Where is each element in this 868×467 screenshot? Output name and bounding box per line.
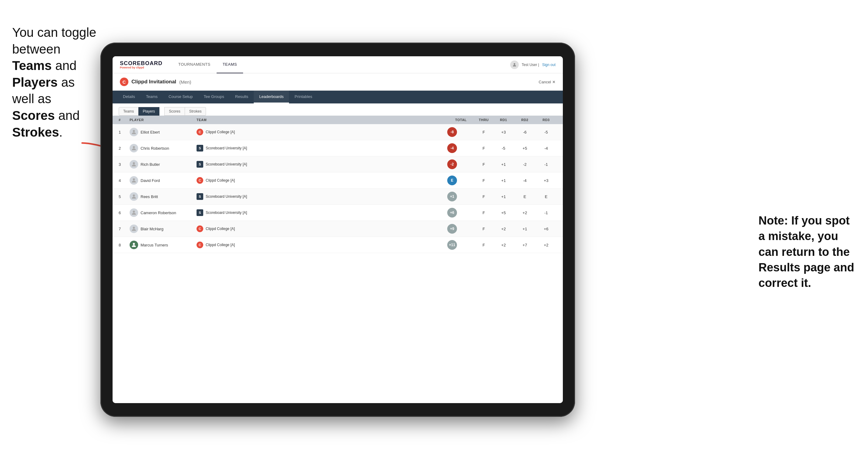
tab-leaderboards[interactable]: Leaderboards	[254, 91, 289, 103]
player-cell-4: David Ford	[130, 176, 196, 185]
svg-point-7	[133, 211, 135, 213]
rd2-5: E	[514, 194, 535, 199]
rd3-7: +6	[535, 227, 557, 231]
thru-1: F	[475, 130, 493, 134]
sub-tab-strokes[interactable]: Strokes	[185, 107, 206, 116]
svg-point-5	[133, 178, 135, 180]
right-annotation: Note: If you spot a mistake, you can ret…	[758, 213, 856, 291]
col-rd1: RD1	[493, 118, 514, 122]
nav-teams[interactable]: TEAMS	[217, 56, 243, 73]
svg-point-3	[133, 146, 135, 148]
tab-course-setup[interactable]: Course Setup	[163, 91, 198, 103]
avatar-3	[130, 160, 138, 168]
sign-out-link[interactable]: Sign out	[542, 63, 556, 67]
rank-2: 2	[119, 146, 130, 151]
sub-tab-scores[interactable]: Scores	[164, 107, 185, 116]
app-header: SCOREBOARD Powered by clippd TOURNAMENTS…	[113, 56, 563, 73]
user-avatar	[510, 61, 519, 69]
team-cell-3: S Scoreboard University [A]	[196, 161, 447, 168]
thru-5: F	[475, 194, 493, 199]
tab-details[interactable]: Details	[118, 91, 141, 103]
player-cell-5: Rees Britt	[130, 192, 196, 201]
tournament-title: C Clippd Invitational (Men)	[120, 77, 191, 86]
rd2-2: +5	[514, 146, 535, 151]
svg-point-4	[133, 162, 135, 164]
team-cell-2: S Scoreboard University [A]	[196, 145, 447, 152]
tournament-gender: (Men)	[179, 80, 191, 85]
rd1-4: +1	[493, 178, 514, 183]
rd3-6: -1	[535, 211, 557, 215]
total-6: +6	[447, 208, 475, 218]
tab-teams[interactable]: Teams	[141, 91, 163, 103]
tournament-name: Clippd Invitational	[131, 79, 176, 85]
avatar-4	[130, 176, 138, 185]
table-header-row: # PLAYER TEAM TOTAL THRU RD1 RD2 RD3	[113, 116, 563, 124]
tournament-header: C Clippd Invitational (Men) Cancel ✕	[113, 73, 563, 91]
tab-results[interactable]: Results	[230, 91, 254, 103]
team-cell-7: C Clippd College [A]	[196, 225, 447, 232]
avatar-2	[130, 144, 138, 152]
player-cell-8: Marcus Turners	[130, 241, 196, 249]
rd1-6: +5	[493, 211, 514, 215]
total-3: -2	[447, 159, 475, 169]
team-logo-4: C	[196, 177, 203, 184]
rd2-8: +7	[514, 243, 535, 247]
team-cell-6: S Scoreboard University [A]	[196, 209, 447, 216]
nav-links: TOURNAMENTS TEAMS	[172, 56, 510, 73]
avatar-8	[130, 241, 138, 249]
tab-navigation: Details Teams Course Setup Tee Groups Re…	[113, 91, 563, 103]
team-logo-3: S	[196, 161, 203, 168]
sub-tab-bar: Teams Players Scores Strokes	[113, 103, 563, 116]
rd3-8: +2	[535, 243, 557, 247]
player-cell-3: Rich Butler	[130, 160, 196, 168]
leaderboard-table: # PLAYER TEAM TOTAL THRU RD1 RD2 RD3 1 E…	[113, 116, 563, 403]
rd3-3: -1	[535, 162, 557, 167]
rank-8: 8	[119, 243, 130, 247]
rd1-3: +1	[493, 162, 514, 167]
avatar-6	[130, 209, 138, 217]
thru-3: F	[475, 162, 493, 167]
col-player: PLAYER	[130, 118, 196, 122]
total-4: E	[447, 176, 475, 185]
team-logo-7: C	[196, 225, 203, 232]
tab-tee-groups[interactable]: Tee Groups	[198, 91, 230, 103]
team-logo-6: S	[196, 209, 203, 216]
thru-6: F	[475, 211, 493, 215]
team-logo-1: C	[196, 129, 203, 135]
content-area: Teams Players Scores Strokes # PLAYER TE…	[113, 103, 563, 403]
total-5: +1	[447, 192, 475, 201]
rank-3: 3	[119, 162, 130, 167]
rd1-1: +3	[493, 130, 514, 134]
sub-tab-teams[interactable]: Teams	[119, 107, 138, 116]
avatar-1	[130, 128, 138, 136]
svg-point-2	[133, 130, 135, 132]
svg-point-9	[133, 243, 135, 245]
table-row: 2 Chris Robertson S Scoreboard Universit…	[113, 140, 563, 156]
svg-point-8	[133, 227, 135, 229]
rd1-7: +2	[493, 227, 514, 231]
cancel-button[interactable]: Cancel ✕	[539, 80, 556, 84]
user-label: Test User |	[522, 63, 539, 67]
col-total: TOTAL	[447, 118, 475, 122]
sub-tab-players[interactable]: Players	[138, 107, 159, 116]
player-cell-7: Blair McHarg	[130, 224, 196, 233]
team-cell-8: C Clippd College [A]	[196, 242, 447, 248]
rd2-1: -6	[514, 130, 535, 134]
scoreboard-logo: SCOREBOARD Powered by clippd	[120, 60, 162, 69]
rd1-2: -5	[493, 146, 514, 151]
avatar-5	[130, 192, 138, 201]
left-annotation: You can toggle between Teams and Players…	[12, 24, 97, 141]
table-row: 7 Blair McHarg C Clippd College [A] +9 F…	[113, 221, 563, 237]
team-logo-8: C	[196, 242, 203, 248]
rd2-4: -4	[514, 178, 535, 183]
tab-printables[interactable]: Printables	[289, 91, 318, 103]
table-row: 3 Rich Butler S Scoreboard University [A…	[113, 156, 563, 173]
team-cell-5: S Scoreboard University [A]	[196, 193, 447, 200]
rank-7: 7	[119, 227, 130, 231]
rd3-5: E	[535, 194, 557, 199]
rank-4: 4	[119, 178, 130, 183]
nav-tournaments[interactable]: TOURNAMENTS	[172, 56, 217, 73]
table-row: 8 Marcus Turners C Clippd College [A] +1…	[113, 237, 563, 253]
tablet-screen: SCOREBOARD Powered by clippd TOURNAMENTS…	[113, 56, 563, 403]
team-logo-5: S	[196, 193, 203, 200]
